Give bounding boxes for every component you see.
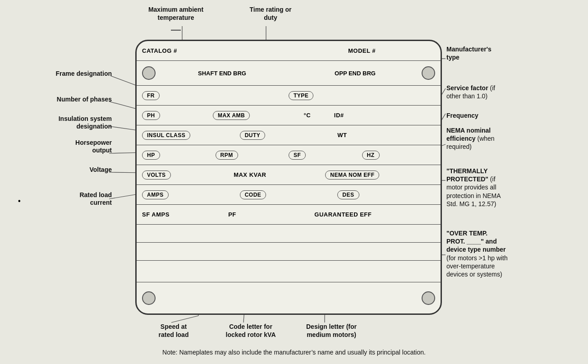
horsepower-label: Horsepoweroutput [4, 139, 112, 154]
number-of-phases-label: Number of phases [4, 96, 112, 103]
code-cell: CODE [240, 190, 338, 199]
circle-left-bottom [142, 291, 156, 305]
maxamb-cell: MAX AMB [213, 111, 304, 120]
over-temp-label: "OVER TEMP.PROT. ____" anddevice type nu… [446, 229, 586, 278]
maxamb-oval: MAX AMB [213, 111, 250, 120]
hp-oval: HP [142, 151, 160, 160]
model-label: MODEL # [289, 47, 435, 54]
code-oval: CODE [240, 190, 266, 199]
shaft-end-label: SHAFT END BRG [156, 70, 289, 77]
ph-cell: PH [142, 111, 213, 120]
maxkvar-cell: MAX KVAR [234, 171, 325, 178]
des-cell: DES [337, 190, 435, 199]
max-ambient-label: Maximum ambient temperature — [144, 5, 207, 37]
circle-right-bottom [422, 291, 435, 305]
circle-right-top [422, 66, 435, 80]
fr-oval: FR [142, 91, 160, 100]
catalog-model-row: CATALOG # MODEL # [137, 41, 441, 61]
fr-type-row: FR TYPE [137, 86, 441, 106]
empty-row-2 [137, 243, 441, 261]
rpm-oval: RPM [216, 151, 238, 160]
insul-oval: INSUL CLASS [142, 131, 190, 140]
rpm-cell: RPM [216, 151, 289, 160]
sfamps-pf-geff-row: SF AMPS PF GUARANTEED EFF [137, 205, 441, 225]
amps-cell: AMPS [142, 190, 240, 199]
hz-cell: HZ [362, 151, 436, 160]
volts-oval: VOLTS [142, 170, 171, 180]
frame-designation-label: Frame designation [4, 70, 112, 78]
shaft-bearing-row: SHAFT END BRG OPP END BRG [137, 61, 441, 86]
svg-line-19 [171, 316, 198, 323]
guaranteed-eff-cell: GUARANTEED EFF [314, 211, 435, 218]
page-wrapper: Maximum ambient temperature — Time ratin… [0, 0, 588, 364]
insulation-label: Insulation systemdesignation [4, 115, 112, 130]
volts-kvar-nema-row: VOLTS MAX KVAR NEMA NOM EFF [137, 165, 441, 185]
amps-code-des-row: AMPS CODE DES [137, 185, 441, 205]
bottom-corners-row [137, 282, 441, 313]
des-oval: DES [337, 190, 359, 199]
rated-load-label: Rated loadcurrent [26, 191, 112, 207]
frequency-label: Frequency [446, 111, 586, 120]
catalog-label: CATALOG # [142, 47, 289, 54]
speed-rated-load-label: Speed atrated load [144, 323, 203, 339]
hp-rpm-sf-hz-row: HP RPM SF HZ [137, 145, 441, 165]
nema-efficiency-label: NEMA nominalefficiency (whenrequired) [446, 126, 586, 151]
ph-maxamb-row: PH MAX AMB °C ID# [137, 106, 441, 125]
wt-cell: WT [337, 132, 435, 138]
id-cell: ID# [334, 112, 435, 119]
insul-cell: INSUL CLASS [142, 131, 240, 140]
type-cell: TYPE [289, 91, 435, 100]
nameplate-plate: CATALOG # MODEL # SHAFT END BRG OPP END … [135, 40, 442, 315]
celsius-cell: °C [304, 112, 334, 119]
volts-cell: VOLTS [142, 170, 234, 180]
pf-cell: PF [228, 211, 314, 218]
service-factor-label: Service factor (ifother than 1.0) [446, 84, 586, 100]
sf-oval: SF [289, 151, 306, 160]
duty-oval: DUTY [240, 131, 266, 140]
bottom-note: Note: Nameplates may also include the ma… [0, 349, 588, 356]
opp-end-label: OPP END BRG [289, 70, 422, 77]
duty-cell: DUTY [240, 131, 338, 140]
ph-oval: PH [142, 111, 160, 120]
type-oval: TYPE [289, 91, 313, 100]
manufacturers-type-label: Manufacturer'stype [446, 45, 586, 61]
sfamps-cell: SF AMPS [142, 211, 228, 218]
amps-oval: AMPS [142, 190, 169, 199]
fr-cell: FR [142, 91, 289, 100]
thermally-protected-label: "THERMALLYPROTECTED" (ifmotor provides a… [446, 167, 586, 208]
time-rating-label: Time rating or duty [243, 5, 298, 22]
hz-oval: HZ [362, 151, 380, 160]
empty-row-1 [137, 225, 441, 243]
nema-nom-eff-cell: NEMA NOM EFF [325, 170, 435, 180]
code-letter-label: Code letter forlocked rotor kVA [215, 323, 287, 339]
bullet-dot: • [18, 197, 21, 205]
circle-left-top [142, 66, 156, 80]
design-letter-label: Design letter (formedium motors) [295, 323, 368, 339]
voltage-label: Voltage [4, 166, 112, 174]
insul-duty-wt-row: INSUL CLASS DUTY WT [137, 125, 441, 145]
nema-nom-eff-oval: NEMA NOM EFF [325, 170, 379, 180]
hp-cell: HP [142, 151, 216, 160]
sf-cell: SF [289, 151, 362, 160]
